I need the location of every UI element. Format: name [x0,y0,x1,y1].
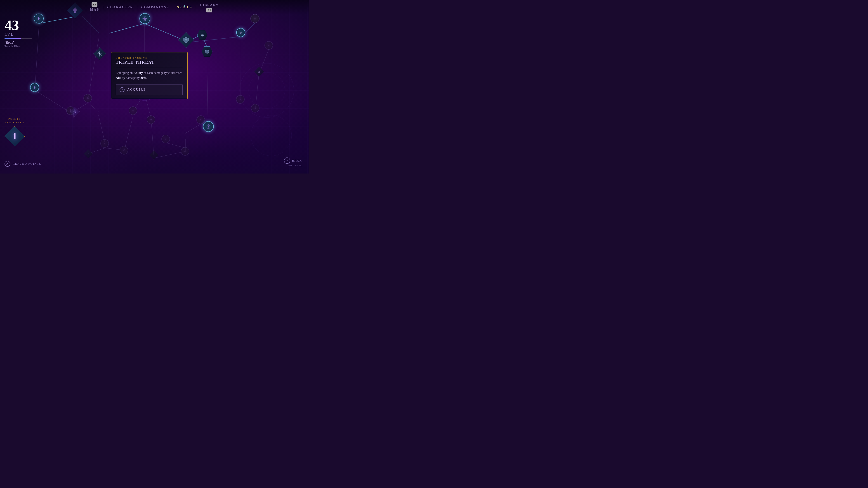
skill-node-6[interactable]: ⊕ [197,30,208,40]
skill-node-29[interactable]: ● [100,139,109,148]
nav-label-character[interactable]: CHARACTER [104,4,136,10]
skill-node-1[interactable] [34,13,43,24]
refund-label: REFUND POINTS [13,162,41,166]
skill-node-17[interactable] [129,106,137,115]
xp-fill [4,38,21,39]
points-diamond: 1 [4,126,25,147]
skill-node-7[interactable] [202,46,213,57]
navigation-bar: L1 MAP | CHARACTER | COMPANIONS | SKILLS… [0,0,309,14]
skill-node-26[interactable]: ● [120,146,128,155]
skill-node-23[interactable]: ● [251,104,259,112]
back-label: BACK [292,159,302,162]
skill-node-16[interactable]: ⊕ [70,107,80,117]
skill-popup: GREATER PASSIVE TRIPLE THREAT Equipping … [111,52,188,99]
points-value: 1 [12,131,17,142]
skill-node-22[interactable]: ● [236,95,245,104]
svg-point-44 [87,97,89,99]
character-subname: Tom de Riva [4,44,32,48]
character-name: "Rook" [4,41,32,44]
skill-node-9[interactable]: ⊕ [250,14,259,23]
nav-items: L1 MAP | CHARACTER | COMPANIONS | SKILLS… [87,2,221,12]
nav-label-companions[interactable]: COMPANIONS [138,4,172,10]
nav-sep-2: | [136,5,138,10]
skill-node-10[interactable] [30,83,39,92]
popup-title: TRIPLE THREAT [116,60,183,65]
skill-node-3[interactable] [93,47,106,60]
popup-header: GREATER PASSIVE TRIPLE THREAT [111,53,187,67]
highlight-ability-1: Ability [133,71,143,74]
points-panel: POINTSAVAILABLE 1 [4,117,25,147]
skill-node-30[interactable]: ● [161,135,170,143]
skill-node-8[interactable]: ⊕ [236,28,245,37]
nav-item-map[interactable]: L1 MAP [87,2,102,12]
thegamer-watermark: THEGAMER [287,164,302,167]
skill-node-28[interactable]: ● [181,147,189,156]
l1-button: L1 [92,2,97,7]
skill-node-4[interactable] [140,13,150,24]
nav-sep-4: | [195,5,197,10]
character-panel: 43 LVL "Rook" Tom de Riva [4,18,32,48]
refund-icon: △ [4,161,10,167]
svg-point-42 [34,87,35,88]
nav-item-character[interactable]: CHARACTER [104,4,136,10]
acquire-button[interactable]: ✕ ACQUIRE [116,84,183,95]
back-button[interactable]: ○ BACK THEGAMER [284,158,302,167]
nav-sep-3: | [172,5,175,10]
refund-button[interactable]: △ REFUND POINTS [4,161,41,167]
popup-type: GREATER PASSIVE [116,57,183,59]
skill-node-24[interactable]: ● [265,41,273,50]
skill-node-12[interactable] [84,94,92,103]
skill-node-20[interactable] [203,121,214,132]
nav-item-skills[interactable]: SKILLS [174,4,195,10]
skill-node-5[interactable] [178,32,194,48]
nav-item-companions[interactable]: COMPANIONS [138,4,172,10]
svg-point-35 [38,18,39,19]
character-level: 43 [4,18,32,33]
svg-point-47 [200,119,202,121]
acquire-label: ACQUIRE [127,88,146,92]
skill-node-25[interactable] [84,149,93,158]
skill-node-21[interactable]: ◆ [254,67,264,77]
nav-label-map[interactable]: MAP [87,7,102,12]
nav-sep-1: | [102,5,105,10]
xp-bar [4,38,32,39]
back-circle-icon: ○ [284,158,290,164]
r1-button: R1 [206,8,212,12]
nav-label-skills[interactable]: SKILLS [174,4,195,10]
nav-label-library[interactable]: LIBRARY [197,2,221,8]
acquire-icon: ✕ [120,87,125,92]
points-label: POINTSAVAILABLE [5,117,24,124]
highlight-ability-2: Ability [116,76,125,79]
skill-node-18[interactable] [147,116,155,124]
highlight-percent: 20% [141,76,147,79]
popup-description: Equipping an Ability of each damage type… [111,67,187,84]
svg-point-46 [150,119,152,121]
skill-node-27[interactable] [149,151,158,160]
svg-point-40 [99,53,100,55]
nav-item-library[interactable]: LIBRARY R1 [197,2,221,12]
